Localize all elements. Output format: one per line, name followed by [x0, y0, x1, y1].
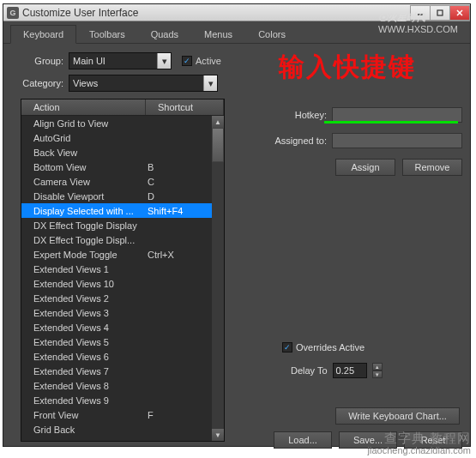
action-cell: Extended Views 3: [21, 308, 146, 318]
table-row[interactable]: Extended Views 8: [21, 378, 224, 393]
tab-colors[interactable]: Colors: [245, 25, 298, 43]
chevron-down-icon: ▾: [157, 53, 171, 69]
assigned-input[interactable]: [332, 133, 462, 148]
action-cell: Camera View: [21, 177, 146, 187]
action-cell: Back View: [21, 148, 146, 158]
right-pane: Hotkey: Assigned to: Assign Remove: [256, 107, 462, 176]
hotkey-label: Hotkey:: [256, 110, 327, 120]
group-label: Group:: [15, 56, 63, 66]
table-row[interactable]: DX Effect Toggle Display: [21, 218, 224, 232]
write-chart-button[interactable]: Write Keyboard Chart...: [335, 407, 460, 425]
action-cell: Expert Mode Toggle: [21, 250, 146, 260]
delay-label: Delay To: [291, 365, 328, 376]
scrollbar[interactable]: ▲ ▼: [212, 116, 224, 441]
action-cell: Extended Views 8: [21, 381, 146, 391]
action-cell: DX Effect Toggle Display: [21, 220, 146, 231]
action-cell: Extended Views 10: [21, 279, 146, 289]
action-cell: Bottom View: [21, 162, 146, 172]
checkmark-icon: ✓: [182, 56, 192, 66]
scroll-thumb[interactable]: [212, 128, 224, 162]
table-row[interactable]: Extended Views 7: [21, 364, 224, 378]
action-cell: Extended Views 5: [21, 337, 146, 347]
table-row[interactable]: Back View: [21, 145, 224, 160]
header-action[interactable]: Action: [21, 99, 146, 115]
active-checkbox[interactable]: ✓ Active: [182, 56, 221, 66]
table-row[interactable]: Camera ViewC: [21, 174, 224, 189]
action-cell: DX Effect Toggle Displ...: [21, 235, 146, 245]
action-cell: Extended Views 4: [21, 322, 146, 333]
content-area: Group: Main UI ▾ ✓ Active Category: View…: [3, 44, 470, 105]
table-row[interactable]: Bottom ViewB: [21, 160, 224, 174]
overrides-checkbox[interactable]: ✓ Overrides Active: [282, 342, 383, 353]
category-select[interactable]: Views ▾: [69, 75, 218, 92]
action-cell: AutoGrid: [21, 133, 146, 143]
hotkey-input[interactable]: [332, 107, 462, 123]
chevron-down-icon: ▾: [203, 75, 217, 91]
table-row[interactable]: Align Grid to View: [21, 116, 224, 130]
table-row[interactable]: Extended Views 6: [21, 349, 224, 364]
delay-input[interactable]: 0.25: [333, 363, 367, 378]
app-window: G Customize User Interface Keyboard Tool…: [3, 3, 471, 447]
table-row[interactable]: Disable ViewportD: [21, 189, 224, 203]
action-cell: Disable Viewport: [21, 191, 146, 202]
group-value: Main UI: [73, 56, 105, 66]
table-row[interactable]: Extended Views 4: [21, 320, 224, 334]
table-row[interactable]: Extended Views 9: [21, 393, 224, 407]
table-row[interactable]: Extended Views 1: [21, 262, 224, 276]
action-cell: Front View: [21, 410, 146, 420]
group-select[interactable]: Main UI ▾: [69, 52, 172, 69]
table-row[interactable]: Expert Mode ToggleCtrl+X: [21, 247, 224, 262]
app-icon: G: [7, 7, 19, 19]
top-watermark: ☉火星时代 WWW.HXSD.COM: [378, 11, 458, 34]
spin-down-icon[interactable]: ▼: [372, 371, 383, 378]
table-row[interactable]: Display Selected with ...Shift+F4: [21, 203, 224, 218]
table-row[interactable]: Grid Back: [21, 422, 224, 437]
tab-keyboard[interactable]: Keyboard: [10, 25, 76, 44]
scroll-up-icon[interactable]: ▲: [212, 116, 224, 128]
checkmark-icon: ✓: [282, 342, 292, 353]
action-cell: Extended Views 9: [21, 395, 146, 406]
action-cell: Extended Views 7: [21, 366, 146, 377]
action-cell: Align Grid to View: [21, 118, 146, 129]
category-label: Category:: [15, 78, 63, 88]
overrides-label: Overrides Active: [296, 342, 365, 353]
remove-button[interactable]: Remove: [402, 159, 462, 176]
tab-menus[interactable]: Menus: [191, 25, 245, 43]
table-row[interactable]: DX Effect Toggle Displ...: [21, 232, 224, 247]
active-label: Active: [196, 56, 221, 66]
tab-toolbars[interactable]: Toolbars: [76, 25, 138, 43]
action-cell: Extended Views 6: [21, 352, 146, 362]
table-row[interactable]: Front ViewF: [21, 407, 224, 422]
action-cell: Grid Back: [21, 425, 146, 435]
table-row[interactable]: Extended Views 2: [21, 291, 224, 305]
action-cell: Extended Views 2: [21, 293, 146, 304]
assign-button[interactable]: Assign: [335, 159, 395, 176]
spin-up-icon[interactable]: ▲: [372, 363, 383, 371]
window-title: Customize User Interface: [22, 7, 411, 19]
table-body[interactable]: Align Grid to ViewAutoGridBack ViewBotto…: [21, 116, 224, 441]
delay-spinner[interactable]: ▲▼: [372, 363, 383, 378]
load-button[interactable]: Load...: [274, 431, 332, 449]
action-cell: Extended Views 1: [21, 264, 146, 274]
action-table: Action Shortcut Align Grid to ViewAutoGr…: [21, 99, 225, 442]
table-header: Action Shortcut: [21, 99, 224, 116]
assigned-label: Assigned to:: [256, 136, 327, 146]
table-row[interactable]: Extended Views 3: [21, 305, 224, 320]
table-row[interactable]: AutoGrid: [21, 130, 224, 145]
header-shortcut[interactable]: Shortcut: [146, 99, 224, 115]
bottom-watermark: 查字典 教程网 jiaocheng.chazidian.com: [368, 432, 471, 456]
table-row[interactable]: Extended Views 5: [21, 334, 224, 349]
action-cell: Display Selected with ...: [21, 206, 146, 216]
category-value: Views: [73, 78, 98, 88]
tab-quads[interactable]: Quads: [138, 25, 191, 43]
table-row[interactable]: Extended Views 10: [21, 276, 224, 291]
overrides-section: ✓ Overrides Active Delay To 0.25 ▲▼: [282, 342, 383, 378]
scroll-down-icon[interactable]: ▼: [212, 429, 224, 441]
